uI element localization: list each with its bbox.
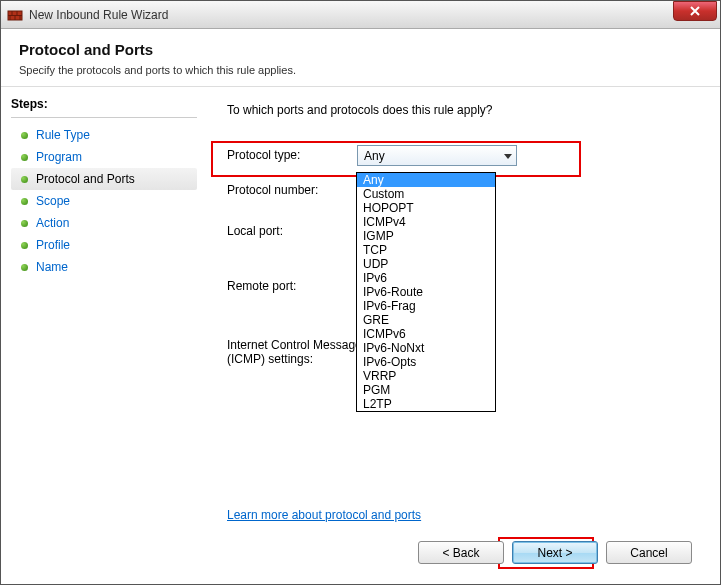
dropdown-option[interactable]: HOPOPT bbox=[357, 201, 495, 215]
sidebar-step[interactable]: Program bbox=[11, 146, 197, 168]
firewall-icon bbox=[7, 7, 23, 23]
page-title: Protocol and Ports bbox=[19, 41, 702, 58]
sidebar-step[interactable]: Rule Type bbox=[11, 124, 197, 146]
dropdown-option[interactable]: L2TP bbox=[357, 397, 495, 411]
learn-more-link[interactable]: Learn more about protocol and ports bbox=[227, 508, 421, 522]
sidebar-step[interactable]: Protocol and Ports bbox=[11, 168, 197, 190]
dropdown-option[interactable]: IPv6-Route bbox=[357, 285, 495, 299]
page-subtitle: Specify the protocols and ports to which… bbox=[19, 64, 702, 76]
bullet-icon bbox=[21, 132, 28, 139]
step-label: Rule Type bbox=[36, 128, 90, 142]
step-label: Program bbox=[36, 150, 82, 164]
dropdown-option[interactable]: IGMP bbox=[357, 229, 495, 243]
bullet-icon bbox=[21, 198, 28, 205]
bullet-icon bbox=[21, 154, 28, 161]
dropdown-option[interactable]: Any bbox=[357, 173, 495, 187]
dropdown-option[interactable]: VRRP bbox=[357, 369, 495, 383]
close-icon bbox=[690, 6, 700, 16]
dropdown-option[interactable]: PGM bbox=[357, 383, 495, 397]
dropdown-option[interactable]: ICMPv4 bbox=[357, 215, 495, 229]
protocol-type-combobox[interactable]: Any bbox=[357, 145, 517, 166]
protocol-type-label: Protocol type: bbox=[227, 145, 357, 162]
dropdown-option[interactable]: IPv6-Opts bbox=[357, 355, 495, 369]
dropdown-option[interactable]: IPv6-NoNxt bbox=[357, 341, 495, 355]
bullet-icon bbox=[21, 242, 28, 249]
dropdown-option[interactable]: GRE bbox=[357, 313, 495, 327]
bullet-icon bbox=[21, 264, 28, 271]
close-button[interactable] bbox=[673, 1, 717, 21]
remote-port-label: Remote port: bbox=[227, 276, 357, 293]
dropdown-option[interactable]: ICMPv6 bbox=[357, 327, 495, 341]
protocol-type-dropdown-list[interactable]: AnyCustomHOPOPTICMPv4IGMPTCPUDPIPv6IPv6-… bbox=[356, 172, 496, 412]
dropdown-option[interactable]: IPv6 bbox=[357, 271, 495, 285]
sidebar-step[interactable]: Action bbox=[11, 212, 197, 234]
sidebar-step[interactable]: Name bbox=[11, 256, 197, 278]
step-label: Scope bbox=[36, 194, 70, 208]
steps-sidebar: Steps: Rule TypeProgramProtocol and Port… bbox=[1, 87, 197, 584]
bullet-icon bbox=[21, 220, 28, 227]
next-button[interactable]: Next > bbox=[512, 541, 598, 564]
bullet-icon bbox=[21, 176, 28, 183]
step-label: Profile bbox=[36, 238, 70, 252]
window-title: New Inbound Rule Wizard bbox=[29, 8, 168, 22]
sidebar-step[interactable]: Profile bbox=[11, 234, 197, 256]
sidebar-step[interactable]: Scope bbox=[11, 190, 197, 212]
wizard-footer: < Back Next > Cancel bbox=[418, 541, 692, 564]
combobox-value: Any bbox=[364, 149, 385, 163]
dropdown-option[interactable]: IPv6-Frag bbox=[357, 299, 495, 313]
local-port-label: Local port: bbox=[227, 221, 357, 238]
chevron-down-icon bbox=[504, 149, 512, 163]
steps-heading: Steps: bbox=[11, 97, 197, 111]
dropdown-option[interactable]: TCP bbox=[357, 243, 495, 257]
dropdown-option[interactable]: UDP bbox=[357, 257, 495, 271]
titlebar: New Inbound Rule Wizard bbox=[1, 1, 720, 29]
back-button[interactable]: < Back bbox=[418, 541, 504, 564]
divider bbox=[11, 117, 197, 118]
step-label: Action bbox=[36, 216, 69, 230]
protocol-number-label: Protocol number: bbox=[227, 180, 357, 197]
cancel-button[interactable]: Cancel bbox=[606, 541, 692, 564]
step-label: Name bbox=[36, 260, 68, 274]
prompt-text: To which ports and protocols does this r… bbox=[227, 103, 680, 117]
dropdown-option[interactable]: Custom bbox=[357, 187, 495, 201]
wizard-header: Protocol and Ports Specify the protocols… bbox=[1, 29, 720, 87]
content-pane: To which ports and protocols does this r… bbox=[197, 87, 720, 584]
step-label: Protocol and Ports bbox=[36, 172, 135, 186]
